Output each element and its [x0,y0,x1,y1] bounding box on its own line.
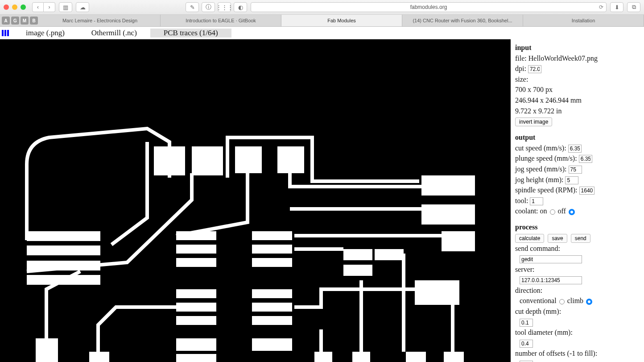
download-button[interactable]: ⬇ [610,2,623,12]
svg-rect-13 [176,245,216,254]
bookmark-a[interactable]: A [2,17,10,25]
cut-depth-input[interactable] [520,319,533,327]
svg-rect-35 [444,352,464,362]
server-input[interactable] [520,276,582,284]
send-button[interactable]: send [571,234,590,243]
svg-rect-7 [415,280,459,305]
module-input[interactable]: image (.png) [12,29,78,37]
plunge-speed-label: plunge speed (mm/s): [515,154,577,162]
direction-label: direction: [515,286,640,295]
svg-rect-9 [27,245,100,255]
calculate-button[interactable]: calculate [515,234,544,243]
invert-image-button[interactable]: invert image [515,117,552,126]
output-heading: output [515,133,535,141]
file-label: file: [515,54,527,62]
server-label: server: [515,265,640,275]
coolant-on-label: on [540,207,547,215]
svg-rect-5 [421,204,475,225]
svg-rect-8 [27,231,100,241]
pcb-traces-svg [0,39,511,362]
svg-rect-18 [176,338,216,351]
reload-icon[interactable]: ⟳ [599,4,603,10]
edit-icon[interactable]: ✎ [186,2,199,12]
dir-climb-radio[interactable] [586,299,592,305]
url-text: fabmodules.org [410,4,447,10]
bookmark-g[interactable]: G [11,17,19,25]
svg-rect-16 [176,303,216,312]
save-button[interactable]: save [548,234,567,243]
svg-rect-22 [252,258,292,267]
cut-depth-label: cut depth (mm): [515,307,640,316]
dir-conv-radio[interactable] [559,299,565,304]
size-px: 700 x 700 px [515,85,640,95]
half-icon[interactable]: ◐ [234,2,247,12]
module-process[interactable]: PCB traces (1/64) [150,29,231,37]
dpi-input[interactable] [528,65,541,73]
cut-speed-input[interactable] [568,145,582,153]
cloud-button[interactable]: ☁ [76,2,89,12]
svg-rect-26 [252,338,292,351]
coolant-label: coolant: [515,207,538,215]
pcb-canvas[interactable] [0,39,511,362]
process-heading: process [515,223,537,231]
input-heading: input [515,44,531,51]
svg-rect-23 [252,289,292,298]
tab-0[interactable]: Marc Lemaire - Electronics Design [40,15,161,26]
spindle-input[interactable] [579,187,594,195]
tab-4[interactable]: Installation [523,15,644,26]
svg-rect-14 [176,258,216,267]
tool-label: tool: [515,197,528,204]
tool-input[interactable] [530,197,543,205]
tab-bar: A G M B Marc Lemaire - Electronics Desig… [0,15,644,27]
cut-speed-label: cut speed (mm/s): [515,144,566,152]
coolant-off-label: off [558,207,566,215]
browser-chrome: ‹ › ▥ ☁ ✎ ⓘ ⋮⋮⋮ ◐ fabmodules.org ⟳ ⬇ ⧉ [0,0,644,15]
module-output[interactable]: Othermill (.nc) [78,29,150,37]
coolant-off-radio[interactable] [569,209,575,215]
jog-speed-input[interactable] [569,166,582,174]
svg-rect-20 [252,231,292,240]
tool-dia-input[interactable] [520,340,533,348]
svg-rect-27 [343,249,372,260]
tool-dia-label: tool diameter (mm): [515,328,640,337]
jog-height-input[interactable] [565,176,578,184]
back-button[interactable]: ‹ [32,2,44,12]
svg-rect-4 [421,175,475,196]
bookmark-bar: A G M B [0,15,40,26]
tab-2[interactable]: Fab Modules [281,15,402,26]
svg-rect-32 [314,352,332,362]
address-bar[interactable]: fabmodules.org ⟳ [251,2,607,12]
svg-rect-15 [176,289,216,298]
bookmark-b[interactable]: B [30,17,38,25]
settings-panel: input file: HelloWorldWeek07.png dpi: si… [511,39,644,362]
coolant-on-radio[interactable] [550,209,555,215]
grid-icon[interactable]: ⋮⋮⋮ [218,2,231,12]
svg-rect-2 [235,146,262,173]
tabs-button[interactable]: ⧉ [627,2,640,12]
module-bar: image (.png) Othermill (.nc) PCB traces … [0,27,644,39]
svg-rect-19 [176,354,216,362]
tab-3[interactable]: (14) CNC Router with Fusion 360, Bookshe… [402,15,523,26]
sidebar-toggle-button[interactable]: ▥ [59,2,72,12]
plunge-speed-input[interactable] [579,155,592,163]
offsets-label: number of offsets (-1 to fill): [515,349,640,358]
svg-rect-6 [442,231,475,251]
svg-rect-29 [375,249,404,260]
size-label: size: [515,75,528,83]
file-value: HelloWorldWeek07.png [528,54,598,62]
info-icon[interactable]: ⓘ [202,2,215,12]
fab-logo-icon [2,30,11,36]
svg-rect-34 [406,352,426,362]
svg-rect-21 [252,245,292,254]
bookmark-m[interactable]: M [21,17,29,25]
dpi-label: dpi: [515,65,526,72]
send-cmd-input[interactable] [520,255,582,263]
svg-rect-25 [252,316,292,325]
tab-1[interactable]: Introduction to EAGLE · GitBook [161,15,281,26]
forward-button[interactable]: › [44,2,55,12]
dir-climb-label: climb [567,297,583,304]
svg-rect-28 [343,265,372,276]
svg-rect-30 [36,338,58,362]
window-controls[interactable] [4,4,26,10]
dir-conv-label: conventional [520,297,557,304]
